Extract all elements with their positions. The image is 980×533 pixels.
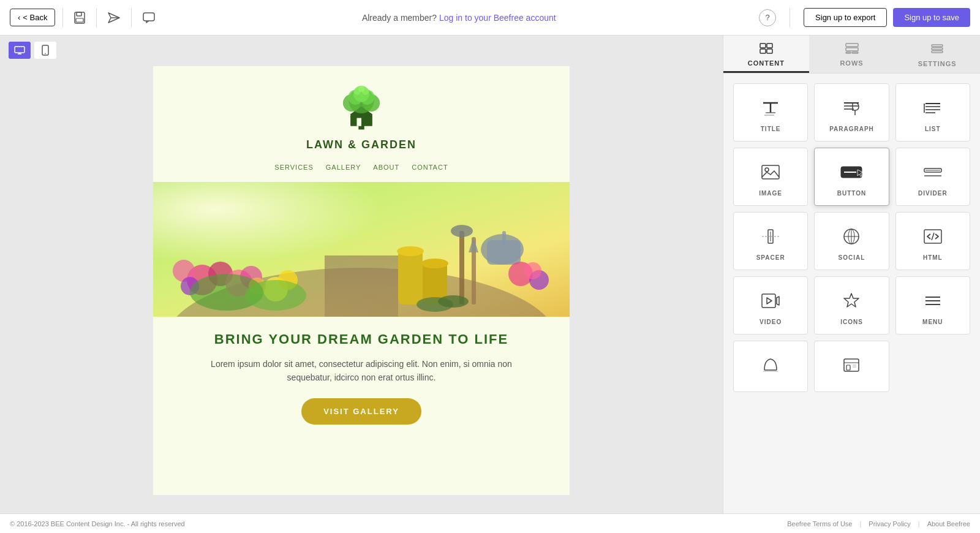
svg-rect-107 [846,365,850,370]
email-paragraph: Lorem ipsum dolor sit amet, consectetur … [190,357,533,385]
privacy-link[interactable]: Privacy Policy [869,520,910,527]
divider-item-label: DIVIDER [918,190,948,197]
help-button[interactable]: ? [759,9,776,26]
content-item-list[interactable]: LIST [895,83,970,142]
desktop-view-button[interactable] [9,42,31,59]
canvas-scroll: LAWN & GARDEN SERVICES GALLERY ABOUT CON… [0,36,723,513]
email-headline: BRING YOUR DREAM GARDEN TO LIFE [190,331,533,347]
save-file-button[interactable] [70,8,89,28]
save-button[interactable]: Sign up to save [893,8,970,27]
back-arrow-icon: ‹ [18,13,20,22]
svg-marker-99 [844,293,859,307]
spacer-item-label: SPACER [756,254,785,261]
right-panel: CONTENT ROWS [723,36,980,513]
email-cta-button[interactable]: VISIT GALLERY [301,398,421,425]
svg-point-42 [421,259,448,268]
copyright-text: © 2016-2023 BEE Content Design Inc. - Al… [10,520,185,527]
settings-tab-icon [931,42,943,58]
top-bar-right: ? Sign up to export Sign up to save [759,8,970,28]
image-icon [761,161,780,184]
content-item-extra1[interactable] [733,341,808,392]
settings-tab-label: SETTINGS [918,60,957,67]
paragraph-item-label: PARAGRAPH [829,126,874,132]
tab-content[interactable]: CONTENT [723,36,809,73]
back-button[interactable]: ‹ < Back [10,9,55,26]
svg-rect-57 [760,49,766,53]
list-item-label: LIST [925,126,941,132]
panel-content: TITLE PARAGRAPH [723,74,980,513]
export-button[interactable]: Sign up to export [804,8,887,27]
svg-rect-96 [762,294,775,308]
svg-point-44 [451,225,473,237]
svg-rect-56 [767,43,772,48]
content-item-button[interactable]: BUTTON [814,148,889,206]
svg-rect-59 [846,43,858,47]
content-item-image[interactable]: IMAGE [733,148,808,206]
svg-rect-14 [356,118,361,126]
title-item-label: TITLE [761,126,781,132]
bottom-links: Beefree Terms of Use | Privacy Policy | … [787,520,970,527]
spacer-icon [761,225,780,248]
desktop-icon [14,46,25,55]
svg-rect-62 [852,52,858,53]
svg-rect-5 [143,13,154,21]
svg-line-95 [932,233,934,240]
top-bar: ‹ < Back Already a member? Log in to you… [0,0,980,36]
content-item-menu[interactable]: MENU [895,276,970,335]
canvas-area: LAWN & GARDEN SERVICES GALLERY ABOUT CON… [0,36,723,513]
about-link[interactable]: About Beefree [927,520,970,527]
tab-settings[interactable]: SETTINGS [894,36,980,73]
list-icon [923,96,943,119]
nav-about[interactable]: ABOUT [373,164,399,171]
save-file-icon [74,12,85,24]
title-icon [761,96,780,119]
nav-gallery[interactable]: GALLERY [326,164,361,171]
svg-rect-2 [76,18,83,22]
login-link[interactable]: Log in to your Beefree account [439,13,556,23]
send-button[interactable] [104,9,124,27]
content-item-video[interactable]: VIDEO [733,276,808,335]
html-icon [923,225,943,248]
svg-point-80 [765,168,769,172]
bottom-bar: © 2016-2023 BEE Content Design Inc. - Al… [0,513,980,533]
svg-rect-60 [846,48,858,51]
comment-icon [143,12,155,23]
svg-marker-97 [777,297,779,305]
content-item-icons[interactable]: ICONS [814,276,889,335]
paragraph-icon [842,96,861,119]
mobile-view-button[interactable] [34,42,56,59]
link-separator1: | [859,520,861,527]
svg-rect-49 [502,231,506,246]
content-item-divider[interactable]: DIVIDER [895,148,970,206]
nav-services[interactable]: SERVICES [274,164,313,171]
content-tab-icon [760,43,773,57]
tab-rows[interactable]: ROWS [809,36,895,73]
social-item-label: SOCIAL [839,254,865,261]
nav-contact[interactable]: CONTACT [412,164,448,171]
content-item-social[interactable]: SOCIAL [814,212,889,270]
terms-link[interactable]: Beefree Terms of Use [787,520,852,527]
svg-rect-63 [932,45,943,47]
comment-button[interactable] [139,9,159,27]
main-area: LAWN & GARDEN SERVICES GALLERY ABOUT CON… [0,36,980,513]
content-item-extra2[interactable] [814,341,889,392]
separator3 [131,8,132,28]
logo-tree-icon [334,85,389,136]
html-item-label: HTML [923,254,943,261]
button-icon [840,161,862,184]
image-item-label: IMAGE [759,190,782,197]
email-body: BRING YOUR DREAM GARDEN TO LIFE Lorem ip… [153,317,570,439]
video-item-label: VIDEO [760,319,782,325]
menu-icon [923,289,943,312]
svg-rect-6 [15,47,24,53]
svg-rect-27 [325,255,398,317]
content-item-spacer[interactable]: SPACER [733,212,808,270]
back-label: < Back [23,13,47,22]
email-logo: LAWN & GARDEN [306,85,417,151]
content-item-html[interactable]: HTML [895,212,970,270]
svg-point-54 [438,295,469,308]
content-item-paragraph[interactable]: PARAGRAPH [814,83,889,142]
content-item-title[interactable]: TITLE [733,83,808,142]
svg-point-41 [397,246,424,256]
social-icon [842,225,861,248]
